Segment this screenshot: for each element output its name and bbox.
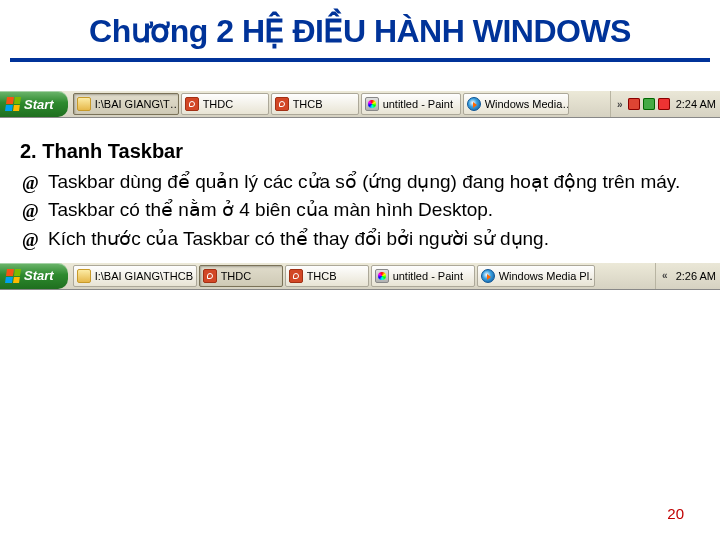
title-underline	[10, 58, 710, 62]
taskbar-example-2: Start I:\BAI GIANG\THCB THDC THCB untitl…	[0, 262, 720, 290]
tray-icon[interactable]	[643, 98, 655, 110]
start-button[interactable]: Start	[0, 263, 68, 289]
taskbar-item-label: Windows Media Pl…	[499, 270, 595, 282]
taskbar-item-label: THCB	[307, 270, 337, 282]
tray-icon[interactable]	[658, 98, 670, 110]
powerpoint-icon	[185, 97, 199, 111]
taskbar-item-wmp[interactable]: Windows Media…	[463, 93, 569, 115]
media-player-icon	[481, 269, 495, 283]
powerpoint-icon	[203, 269, 217, 283]
taskbar-item-wmp[interactable]: Windows Media Pl…	[477, 265, 595, 287]
windows-logo-icon	[5, 97, 21, 111]
taskbar-clock: 2:26 AM	[673, 270, 716, 282]
taskbar-item-explorer[interactable]: I:\BAI GIANG\T…	[73, 93, 179, 115]
taskbar-item-thdc[interactable]: THDC	[199, 265, 283, 287]
tray-icon[interactable]	[628, 98, 640, 110]
taskbar-item-label: THCB	[293, 98, 323, 110]
start-button[interactable]: Start	[0, 91, 68, 117]
paint-icon	[375, 269, 389, 283]
taskbar-item-label: I:\BAI GIANG\THCB	[95, 270, 193, 282]
taskbar-example-1: Start I:\BAI GIANG\T… THDC THCB untitled…	[0, 90, 720, 118]
taskbar-clock: 2:24 AM	[673, 98, 716, 110]
bullet-text: Taskbar có thể nằm ở 4 biên của màn hình…	[48, 197, 690, 223]
taskbar-item-label: THDC	[203, 98, 234, 110]
media-player-icon	[467, 97, 481, 111]
tray-expand-icon[interactable]: «	[660, 270, 670, 281]
taskbar-item-label: I:\BAI GIANG\T…	[95, 98, 179, 110]
section-heading: 2. Thanh Taskbar	[20, 140, 690, 163]
taskbar-item-thdc[interactable]: THDC	[181, 93, 269, 115]
tray-expand-icon[interactable]: »	[615, 99, 625, 110]
folder-icon	[77, 269, 91, 283]
paint-icon	[365, 97, 379, 111]
windows-logo-icon	[5, 269, 21, 283]
system-tray: « 2:26 AM	[655, 263, 720, 289]
bullet-icon: @	[20, 226, 48, 252]
bullet-icon: @	[20, 169, 48, 195]
bullet-item: @ Taskbar có thể nằm ở 4 biên của màn hì…	[20, 197, 690, 223]
bullet-item: @ Kích thước của Taskbar có thể thay đổi…	[20, 226, 690, 252]
taskbar-item-thcb[interactable]: THCB	[271, 93, 359, 115]
taskbar-item-label: untitled - Paint	[393, 270, 463, 282]
folder-icon	[77, 97, 91, 111]
bullet-item: @ Taskbar dùng để quản lý các cửa sổ (ứn…	[20, 169, 690, 195]
start-label: Start	[24, 268, 54, 283]
taskbar-item-thcb[interactable]: THCB	[285, 265, 369, 287]
bullet-text: Kích thước của Taskbar có thể thay đổi b…	[48, 226, 690, 252]
taskbar-item-label: Windows Media…	[485, 98, 569, 110]
taskbar-item-label: THDC	[221, 270, 252, 282]
bullet-text: Taskbar dùng để quản lý các cửa sổ (ứng …	[48, 169, 690, 195]
slide-title: Chương 2 HỆ ĐIỀU HÀNH WINDOWS	[0, 0, 720, 58]
bullet-icon: @	[20, 197, 48, 223]
system-tray: » 2:24 AM	[610, 91, 720, 117]
page-number: 20	[667, 505, 684, 522]
start-label: Start	[24, 97, 54, 112]
powerpoint-icon	[289, 269, 303, 283]
taskbar-item-paint[interactable]: untitled - Paint	[371, 265, 475, 287]
powerpoint-icon	[275, 97, 289, 111]
taskbar-item-explorer[interactable]: I:\BAI GIANG\THCB	[73, 265, 197, 287]
taskbar-item-label: untitled - Paint	[383, 98, 453, 110]
slide-body: 2. Thanh Taskbar @ Taskbar dùng để quản …	[0, 118, 720, 252]
taskbar-item-paint[interactable]: untitled - Paint	[361, 93, 461, 115]
